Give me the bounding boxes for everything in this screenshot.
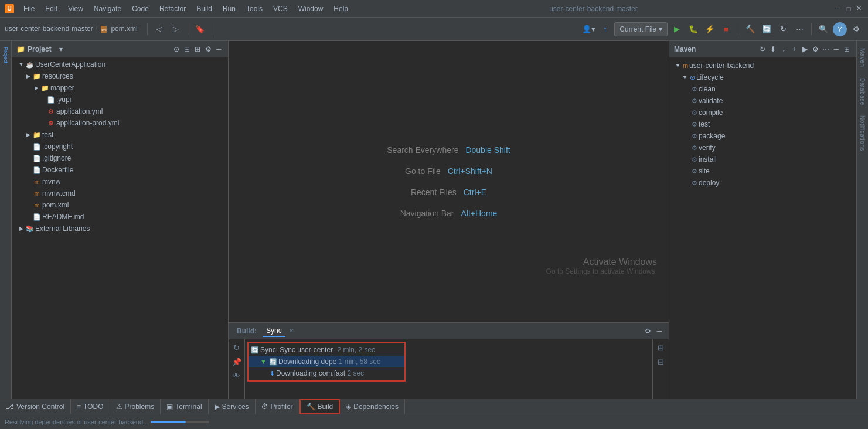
maven-run-button[interactable]: ▶ (800, 45, 809, 54)
tree-item-dockerfile[interactable]: 📄 Dockerfile (12, 164, 228, 176)
tree-item-yupi[interactable]: 📄 .yupi (12, 94, 228, 105)
tree-item-readme[interactable]: 📄 README.md (12, 211, 228, 223)
collapse-all-button[interactable]: ⊟ (182, 45, 192, 54)
build-item-sync[interactable]: 🔄 Sync: Sync user-center- 2 min, 2 sec (249, 344, 404, 356)
build-tab-sync[interactable]: Sync (263, 325, 285, 337)
maven-settings-button[interactable]: ⚙ (811, 45, 820, 54)
tree-item-mapper[interactable]: ▶ 📁 mapper (12, 82, 228, 94)
breadcrumb-file[interactable]: xml pom.xml (100, 25, 138, 33)
maven-item-deploy[interactable]: ⚙ deploy (669, 177, 856, 189)
tree-item-test[interactable]: ▶ 📁 test (12, 129, 228, 141)
build-settings-button[interactable]: ⚙ (643, 326, 652, 336)
terminal-button[interactable]: ▣ Terminal (161, 399, 208, 414)
version-control-button[interactable]: ⎇ Version Control (0, 399, 71, 414)
build-collapse-button[interactable]: ⊟ (655, 356, 667, 367)
menu-code[interactable]: Code (127, 4, 154, 14)
tree-item-application-yml[interactable]: ⚙ application.yml (12, 105, 228, 117)
problems-button[interactable]: ⚠ Problems (110, 399, 161, 414)
maven-expand-button[interactable]: ⊞ (842, 45, 852, 54)
right-icon-database[interactable]: Database (858, 73, 867, 110)
tree-item-application-prod-yml[interactable]: ⚙ application-prod.yml (12, 117, 228, 129)
tree-item-copyright[interactable]: 📄 .copyright (12, 141, 228, 152)
build-rerun-button[interactable]: ↻ (231, 342, 243, 353)
build-pin-button[interactable]: 📌 (231, 356, 243, 367)
panel-close-button[interactable]: ─ (214, 45, 223, 54)
menu-vcs[interactable]: VCS (268, 4, 292, 14)
maven-item-clean[interactable]: ⚙ clean (669, 83, 856, 95)
search-everywhere-button[interactable]: 🔍 (816, 22, 830, 36)
maven-minimize-button[interactable]: ─ (832, 45, 841, 54)
build-button[interactable]: 🔨 Build (299, 399, 341, 414)
tree-item-mvnw-cmd[interactable]: m mvnw.cmd (12, 188, 228, 199)
build-project-button[interactable]: 🔨 (743, 22, 757, 36)
settings-button[interactable]: ⚙ (849, 22, 863, 36)
more-button[interactable]: ⋯ (792, 22, 806, 36)
close-button[interactable]: ✕ (855, 5, 863, 13)
menu-build[interactable]: Build (192, 4, 217, 14)
menu-navigate[interactable]: Navigate (89, 4, 126, 14)
breadcrumb-project[interactable]: user-center-backend-master (5, 25, 93, 33)
tree-item-pom[interactable]: m pom.xml (12, 199, 228, 211)
vcs-update-button[interactable]: ↑ (598, 22, 612, 36)
avatar-button[interactable]: Y (833, 22, 847, 36)
account-button[interactable]: 👤▾ (581, 22, 595, 36)
menu-help[interactable]: Help (329, 4, 353, 14)
bookmark-button[interactable]: 🔖 (193, 22, 207, 36)
debug-button[interactable]: 🐛 (686, 22, 700, 36)
build-expand-button[interactable]: ⊞ (655, 342, 667, 353)
minimize-button[interactable]: ─ (834, 5, 842, 13)
forward-button[interactable]: ▷ (169, 22, 183, 36)
panel-dropdown-icon[interactable]: ▾ (56, 45, 66, 54)
menu-file[interactable]: File (19, 4, 39, 14)
profiler-button[interactable]: ⏱ Profiler (256, 399, 299, 414)
expand-all-button[interactable]: ⊞ (193, 45, 202, 54)
back-button[interactable]: ◁ (152, 22, 166, 36)
project-panel-icon[interactable]: Project (1, 43, 11, 67)
right-icon-maven[interactable]: Maven (858, 43, 867, 72)
current-file-dropdown[interactable]: Current File ▾ (614, 22, 668, 36)
build-item-downloading[interactable]: ▼ 🔄 Downloading depe 1 min, 58 sec (249, 356, 404, 367)
maven-item-lifecycle[interactable]: ▼ ⊙ Lifecycle (669, 72, 856, 83)
maven-add-button[interactable]: + (789, 45, 799, 54)
maven-item-verify[interactable]: ⚙ verify (669, 142, 856, 154)
maven-item-package[interactable]: ⚙ package (669, 130, 856, 142)
dependencies-button[interactable]: ◈ Dependencies (340, 399, 405, 414)
tree-item-gitignore[interactable]: 📄 .gitignore (12, 152, 228, 164)
tree-item-root[interactable]: ▼ ☕ UserCenterApplication (12, 59, 228, 70)
maximize-button[interactable]: □ (845, 5, 853, 13)
maven-download-button[interactable]: ↓ (779, 45, 788, 54)
sync-button[interactable]: 🔄 (760, 22, 774, 36)
maven-more-button[interactable]: ⋯ (821, 45, 830, 54)
tree-item-resources[interactable]: ▶ 📁 resources (12, 70, 228, 82)
menu-refactor[interactable]: Refactor (155, 4, 190, 14)
maven-item-validate[interactable]: ⚙ validate (669, 95, 856, 107)
stop-button[interactable]: ■ (719, 22, 733, 36)
run-button[interactable]: ▶ (670, 22, 684, 36)
menu-edit[interactable]: Edit (40, 4, 62, 14)
locate-file-button[interactable]: ⊙ (172, 45, 181, 54)
maven-item-test[interactable]: ⚙ test (669, 118, 856, 130)
menu-view[interactable]: View (63, 4, 88, 14)
maven-item-root[interactable]: ▼ m user-center-backend (669, 60, 856, 72)
tree-icon-test: 📁 (33, 131, 41, 139)
refresh-button[interactable]: ↻ (776, 22, 790, 36)
maven-download-sources-button[interactable]: ⬇ (768, 45, 778, 54)
maven-item-site[interactable]: ⚙ site (669, 165, 856, 177)
menu-window[interactable]: Window (294, 4, 328, 14)
tree-item-external-libraries[interactable]: ▶ 📚 External Libraries (12, 223, 228, 234)
services-button[interactable]: ▶ Services (209, 399, 256, 414)
menu-tools[interactable]: Tools (241, 4, 267, 14)
right-icon-notifications[interactable]: Notifications (858, 111, 867, 156)
maven-item-compile[interactable]: ⚙ compile (669, 107, 856, 118)
run-with-coverage-button[interactable]: ⚡ (703, 22, 717, 36)
build-item-sub[interactable]: ⬇ Downloading com.fast 2 sec (249, 367, 404, 379)
todo-button[interactable]: ≡ TODO (71, 399, 110, 414)
maven-refresh-button[interactable]: ↻ (758, 45, 767, 54)
build-eye-button[interactable]: 👁 (231, 370, 243, 382)
maven-item-install[interactable]: ⚙ install (669, 154, 856, 165)
panel-settings-button[interactable]: ⚙ (203, 45, 213, 54)
menu-run[interactable]: Run (218, 4, 240, 14)
build-minimize-button[interactable]: ─ (655, 326, 664, 336)
build-tab-sync-close[interactable]: ✕ (289, 328, 294, 334)
tree-item-mvnw[interactable]: m mvnw (12, 176, 228, 188)
